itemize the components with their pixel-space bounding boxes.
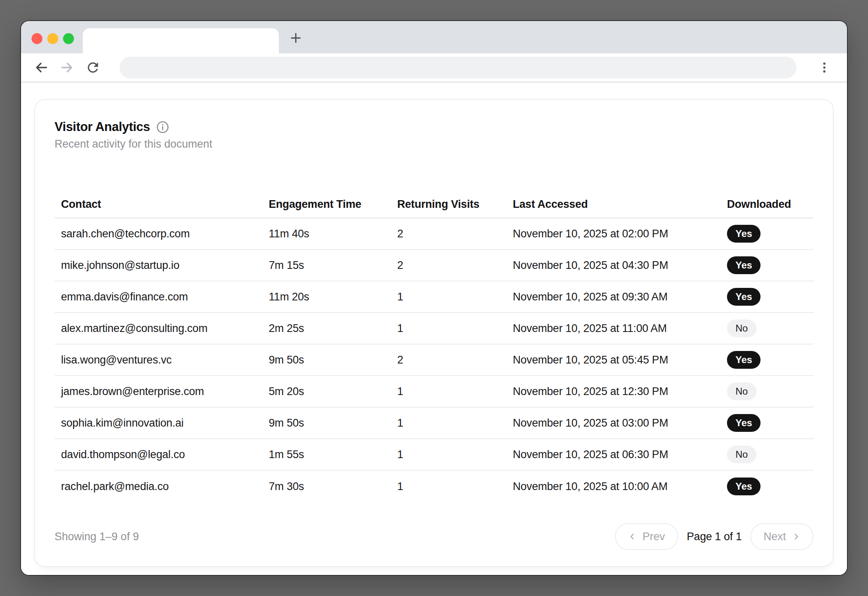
downloaded-badge: Yes	[727, 225, 761, 243]
downloaded-badge: Yes	[727, 478, 761, 495]
engagement-time-cell: 5m 20s	[269, 385, 397, 398]
downloaded-badge: No	[727, 383, 756, 400]
table-row: sophia.kim@innovation.ai 9m 50s 1 Novemb…	[55, 408, 813, 439]
column-header-engagement-time: Engagement Time	[269, 198, 397, 211]
contact-cell: david.thompson@legal.co	[55, 448, 269, 461]
info-icon[interactable]	[156, 120, 169, 134]
table-row: david.thompson@legal.co 1m 55s 1 Novembe…	[55, 439, 813, 471]
visitor-analytics-card: Visitor Analytics Recent activity for th…	[34, 99, 834, 567]
engagement-time-cell: 9m 50s	[269, 417, 397, 429]
contact-cell: lisa.wong@ventures.vc	[55, 354, 269, 366]
pagination: Prev Page 1 of 1 Next	[615, 523, 813, 550]
last-accessed-cell: November 10, 2025 at 12:30 PM	[513, 385, 727, 398]
returning-visits-cell: 1	[397, 448, 513, 461]
last-accessed-cell: November 10, 2025 at 03:00 PM	[513, 417, 727, 429]
browser-tab-active[interactable]	[83, 28, 279, 53]
downloaded-badge: No	[727, 446, 756, 463]
close-window-button[interactable]	[32, 33, 42, 44]
engagement-time-cell: 2m 25s	[269, 322, 397, 335]
table-row: james.brown@enterprise.com 5m 20s 1 Nove…	[55, 376, 813, 408]
browser-tabstrip	[21, 21, 847, 53]
browser-window: Visitor Analytics Recent activity for th…	[21, 21, 847, 575]
address-bar[interactable]	[120, 57, 796, 78]
downloaded-badge: Yes	[727, 414, 761, 432]
forward-arrow-icon	[59, 60, 75, 75]
table-footer: Showing 1–9 of 9 Prev Page 1 of 1 Next	[55, 523, 813, 550]
back-button[interactable]	[33, 59, 49, 76]
table-row: sarah.chen@techcorp.com 11m 40s 2 Novemb…	[55, 218, 813, 250]
page-subtitle: Recent activity for this document	[55, 137, 813, 150]
next-page-label: Next	[763, 530, 786, 543]
last-accessed-cell: November 10, 2025 at 06:30 PM	[513, 448, 727, 461]
last-accessed-cell: November 10, 2025 at 11:00 AM	[513, 322, 727, 335]
prev-page-label: Prev	[643, 530, 665, 543]
engagement-time-cell: 1m 55s	[269, 448, 397, 461]
window-controls	[32, 33, 74, 44]
table-row: emma.davis@finance.com 11m 20s 1 Novembe…	[55, 281, 813, 313]
returning-visits-cell: 2	[397, 259, 513, 272]
downloaded-badge: Yes	[727, 288, 761, 306]
column-header-returning-visits: Returning Visits	[397, 198, 513, 211]
new-tab-button[interactable]	[288, 30, 304, 46]
column-header-downloaded: Downloaded	[727, 198, 813, 211]
contact-cell: alex.martinez@consulting.com	[55, 322, 269, 335]
browser-toolbar	[21, 53, 847, 82]
engagement-time-cell: 9m 50s	[269, 354, 397, 366]
table-row: alex.martinez@consulting.com 2m 25s 1 No…	[55, 313, 813, 344]
table-body: sarah.chen@techcorp.com 11m 40s 2 Novemb…	[55, 218, 813, 502]
forward-button[interactable]	[59, 59, 75, 76]
last-accessed-cell: November 10, 2025 at 10:00 AM	[513, 480, 727, 493]
engagement-time-cell: 11m 40s	[269, 228, 397, 240]
engagement-time-cell: 7m 15s	[269, 259, 397, 272]
column-header-last-accessed: Last Accessed	[513, 198, 727, 211]
last-accessed-cell: November 10, 2025 at 02:00 PM	[513, 228, 727, 240]
downloaded-badge: No	[727, 319, 756, 337]
next-page-button[interactable]: Next	[750, 523, 813, 550]
reload-button[interactable]	[85, 59, 101, 76]
table-row: rachel.park@media.co 7m 30s 1 November 1…	[55, 471, 813, 502]
contact-cell: james.brown@enterprise.com	[55, 385, 269, 398]
engagement-time-cell: 11m 20s	[269, 291, 397, 303]
last-accessed-cell: November 10, 2025 at 04:30 PM	[513, 259, 727, 272]
downloaded-badge: Yes	[727, 256, 761, 274]
contact-cell: emma.davis@finance.com	[55, 291, 269, 303]
table-header-row: Contact Engagement Time Returning Visits…	[55, 198, 813, 218]
returning-visits-cell: 2	[397, 228, 513, 240]
page-title: Visitor Analytics	[55, 120, 150, 134]
prev-page-button[interactable]: Prev	[615, 523, 678, 550]
browser-menu-button[interactable]	[816, 59, 832, 76]
last-accessed-cell: November 10, 2025 at 05:45 PM	[513, 354, 727, 366]
contact-cell: rachel.park@media.co	[55, 480, 269, 493]
returning-visits-cell: 1	[397, 291, 513, 303]
returning-visits-cell: 1	[397, 480, 513, 493]
page-content: Visitor Analytics Recent activity for th…	[21, 82, 847, 575]
back-arrow-icon	[34, 60, 49, 75]
table-row: lisa.wong@ventures.vc 9m 50s 2 November …	[55, 344, 813, 376]
returning-visits-cell: 1	[397, 417, 513, 429]
kebab-menu-icon	[817, 61, 831, 74]
table-row: mike.johnson@startup.io 7m 15s 2 Novembe…	[55, 250, 813, 281]
chevron-left-icon	[628, 532, 637, 541]
reload-icon	[85, 60, 101, 75]
downloaded-badge: Yes	[727, 351, 761, 369]
chevron-right-icon	[792, 532, 801, 541]
new-tab-plus-icon	[289, 32, 302, 44]
returning-visits-cell: 1	[397, 385, 513, 398]
contact-cell: sophia.kim@innovation.ai	[55, 417, 269, 429]
page-indicator: Page 1 of 1	[687, 530, 742, 543]
contact-cell: sarah.chen@techcorp.com	[55, 228, 269, 240]
maximize-window-button[interactable]	[63, 33, 74, 44]
engagement-time-cell: 7m 30s	[269, 480, 397, 493]
showing-count-text: Showing 1–9 of 9	[55, 530, 139, 543]
returning-visits-cell: 2	[397, 354, 513, 366]
minimize-window-button[interactable]	[47, 33, 58, 44]
last-accessed-cell: November 10, 2025 at 09:30 AM	[513, 291, 727, 303]
visitor-table: Contact Engagement Time Returning Visits…	[55, 198, 813, 502]
contact-cell: mike.johnson@startup.io	[55, 259, 269, 272]
column-header-contact: Contact	[55, 198, 269, 211]
returning-visits-cell: 1	[397, 322, 513, 335]
